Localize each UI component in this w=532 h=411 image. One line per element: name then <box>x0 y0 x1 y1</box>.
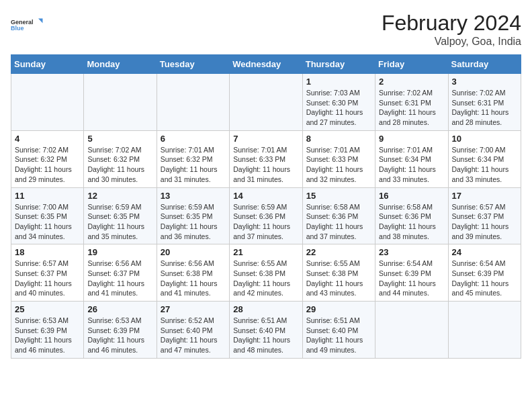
day-info: Sunrise: 6:51 AMSunset: 6:40 PMDaylight:… <box>306 316 371 355</box>
day-cell: 3Sunrise: 7:02 AMSunset: 6:31 PMDaylight… <box>448 74 521 131</box>
day-info: Sunrise: 6:54 AMSunset: 6:39 PMDaylight:… <box>379 259 444 298</box>
day-number: 12 <box>87 191 152 201</box>
day-number: 14 <box>233 191 298 201</box>
header: General Blue February 2024 Valpoy, Goa, … <box>11 11 521 48</box>
day-info: Sunrise: 6:56 AMSunset: 6:38 PMDaylight:… <box>161 259 226 298</box>
col-header-monday: Monday <box>84 55 157 74</box>
day-cell: 1Sunrise: 7:03 AMSunset: 6:30 PMDaylight… <box>302 74 375 131</box>
day-cell: 22Sunrise: 6:55 AMSunset: 6:38 PMDayligh… <box>302 244 375 302</box>
day-number: 18 <box>15 247 80 257</box>
day-info: Sunrise: 7:03 AMSunset: 6:30 PMDaylight:… <box>306 88 371 128</box>
day-cell: 24Sunrise: 6:54 AMSunset: 6:39 PMDayligh… <box>448 244 521 302</box>
day-cell: 15Sunrise: 6:58 AMSunset: 6:36 PMDayligh… <box>302 187 375 244</box>
day-number: 29 <box>306 304 371 314</box>
day-cell: 10Sunrise: 7:00 AMSunset: 6:34 PMDayligh… <box>448 130 521 187</box>
day-number: 13 <box>161 191 226 201</box>
col-header-saturday: Saturday <box>448 55 521 74</box>
day-info: Sunrise: 7:01 AMSunset: 6:33 PMDaylight:… <box>306 145 371 185</box>
day-number: 16 <box>379 191 444 201</box>
day-number: 27 <box>161 304 226 314</box>
day-info: Sunrise: 6:53 AMSunset: 6:39 PMDaylight:… <box>15 316 80 355</box>
day-number: 6 <box>161 134 226 144</box>
day-info: Sunrise: 7:01 AMSunset: 6:33 PMDaylight:… <box>233 145 298 185</box>
week-row-4: 18Sunrise: 6:57 AMSunset: 6:37 PMDayligh… <box>11 244 521 302</box>
day-number: 9 <box>379 134 444 144</box>
col-header-sunday: Sunday <box>11 55 84 74</box>
day-cell <box>448 302 521 359</box>
col-header-thursday: Thursday <box>302 55 375 74</box>
svg-marker-2 <box>38 19 43 24</box>
day-cell: 29Sunrise: 6:51 AMSunset: 6:40 PMDayligh… <box>302 302 375 359</box>
day-info: Sunrise: 7:02 AMSunset: 6:32 PMDaylight:… <box>15 145 80 185</box>
day-info: Sunrise: 6:59 AMSunset: 6:35 PMDaylight:… <box>161 202 226 242</box>
day-number: 17 <box>452 191 517 201</box>
day-info: Sunrise: 6:58 AMSunset: 6:36 PMDaylight:… <box>379 202 444 242</box>
day-number: 7 <box>233 134 298 144</box>
day-number: 2 <box>379 77 444 87</box>
day-cell: 25Sunrise: 6:53 AMSunset: 6:39 PMDayligh… <box>11 302 84 359</box>
day-info: Sunrise: 7:02 AMSunset: 6:31 PMDaylight:… <box>379 88 444 128</box>
week-row-3: 11Sunrise: 7:00 AMSunset: 6:35 PMDayligh… <box>11 187 521 244</box>
day-cell: 2Sunrise: 7:02 AMSunset: 6:31 PMDaylight… <box>375 74 448 131</box>
week-row-5: 25Sunrise: 6:53 AMSunset: 6:39 PMDayligh… <box>11 302 521 359</box>
day-cell: 23Sunrise: 6:54 AMSunset: 6:39 PMDayligh… <box>375 244 448 302</box>
day-cell <box>230 74 302 131</box>
week-row-2: 4Sunrise: 7:02 AMSunset: 6:32 PMDaylight… <box>11 130 521 187</box>
day-cell: 20Sunrise: 6:56 AMSunset: 6:38 PMDayligh… <box>157 244 229 302</box>
day-cell: 5Sunrise: 7:02 AMSunset: 6:32 PMDaylight… <box>84 130 157 187</box>
month-title: February 2024 <box>382 11 521 36</box>
day-cell: 13Sunrise: 6:59 AMSunset: 6:35 PMDayligh… <box>157 187 229 244</box>
day-cell: 11Sunrise: 7:00 AMSunset: 6:35 PMDayligh… <box>11 187 84 244</box>
day-number: 23 <box>379 247 444 257</box>
day-number: 25 <box>15 304 80 314</box>
day-cell: 6Sunrise: 7:01 AMSunset: 6:32 PMDaylight… <box>157 130 229 187</box>
day-info: Sunrise: 7:01 AMSunset: 6:32 PMDaylight:… <box>161 145 226 185</box>
day-number: 5 <box>87 134 152 144</box>
week-row-1: 1Sunrise: 7:03 AMSunset: 6:30 PMDaylight… <box>11 74 521 131</box>
day-info: Sunrise: 6:58 AMSunset: 6:36 PMDaylight:… <box>306 202 371 242</box>
day-number: 24 <box>452 247 517 257</box>
day-info: Sunrise: 6:56 AMSunset: 6:37 PMDaylight:… <box>87 259 152 298</box>
col-header-friday: Friday <box>375 55 448 74</box>
title-area: February 2024 Valpoy, Goa, India <box>382 11 521 48</box>
day-cell <box>375 302 448 359</box>
day-cell <box>84 74 157 131</box>
day-info: Sunrise: 7:02 AMSunset: 6:32 PMDaylight:… <box>87 145 152 185</box>
day-number: 10 <box>452 134 517 144</box>
day-number: 28 <box>233 304 298 314</box>
day-info: Sunrise: 6:54 AMSunset: 6:39 PMDaylight:… <box>452 259 517 298</box>
day-number: 8 <box>306 134 371 144</box>
day-info: Sunrise: 6:55 AMSunset: 6:38 PMDaylight:… <box>306 259 371 298</box>
day-info: Sunrise: 6:57 AMSunset: 6:37 PMDaylight:… <box>452 202 517 242</box>
location-title: Valpoy, Goa, India <box>382 36 521 48</box>
calendar-table: SundayMondayTuesdayWednesdayThursdayFrid… <box>11 54 521 359</box>
day-cell: 14Sunrise: 6:59 AMSunset: 6:36 PMDayligh… <box>230 187 302 244</box>
day-number: 1 <box>306 77 371 87</box>
day-cell: 21Sunrise: 6:55 AMSunset: 6:38 PMDayligh… <box>230 244 302 302</box>
day-number: 22 <box>306 247 371 257</box>
day-number: 21 <box>233 247 298 257</box>
day-info: Sunrise: 6:55 AMSunset: 6:38 PMDaylight:… <box>233 259 298 298</box>
day-cell <box>157 74 229 131</box>
day-cell: 17Sunrise: 6:57 AMSunset: 6:37 PMDayligh… <box>448 187 521 244</box>
day-info: Sunrise: 6:57 AMSunset: 6:37 PMDaylight:… <box>15 259 80 298</box>
day-number: 26 <box>87 304 152 314</box>
day-cell: 26Sunrise: 6:53 AMSunset: 6:39 PMDayligh… <box>84 302 157 359</box>
day-info: Sunrise: 7:00 AMSunset: 6:35 PMDaylight:… <box>15 202 80 242</box>
header-row: SundayMondayTuesdayWednesdayThursdayFrid… <box>11 55 521 74</box>
day-info: Sunrise: 6:51 AMSunset: 6:40 PMDaylight:… <box>233 316 298 355</box>
col-header-wednesday: Wednesday <box>230 55 302 74</box>
day-cell: 7Sunrise: 7:01 AMSunset: 6:33 PMDaylight… <box>230 130 302 187</box>
day-cell: 9Sunrise: 7:01 AMSunset: 6:34 PMDaylight… <box>375 130 448 187</box>
day-info: Sunrise: 6:52 AMSunset: 6:40 PMDaylight:… <box>161 316 226 355</box>
svg-text:General: General <box>11 19 34 26</box>
day-cell: 28Sunrise: 6:51 AMSunset: 6:40 PMDayligh… <box>230 302 302 359</box>
day-info: Sunrise: 6:59 AMSunset: 6:36 PMDaylight:… <box>233 202 298 242</box>
day-info: Sunrise: 6:53 AMSunset: 6:39 PMDaylight:… <box>87 316 152 355</box>
day-info: Sunrise: 7:01 AMSunset: 6:34 PMDaylight:… <box>379 145 444 185</box>
day-number: 11 <box>15 191 80 201</box>
svg-text:Blue: Blue <box>11 25 24 32</box>
day-number: 15 <box>306 191 371 201</box>
day-cell: 4Sunrise: 7:02 AMSunset: 6:32 PMDaylight… <box>11 130 84 187</box>
day-number: 3 <box>452 77 517 87</box>
